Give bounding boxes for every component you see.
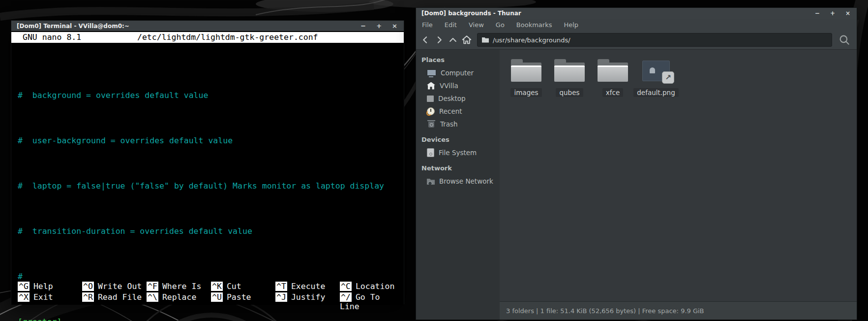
sidebar-item-label: VVilla <box>440 82 458 90</box>
nano-shortcut-bar: ^GHelp ^OWrite Out ^FWhere Is ^KCut ^TEx… <box>18 282 404 303</box>
search-icon <box>838 33 851 46</box>
back-button[interactable] <box>419 33 432 46</box>
file-manager-window: [Dom0] backgrounds - Thunar − + × File E… <box>416 7 857 320</box>
nano-shortcut: ^KCut <box>211 282 275 292</box>
menu-item[interactable]: File <box>422 21 433 29</box>
nano-shortcut: ^OWrite Out <box>82 282 147 292</box>
sidebar-item[interactable]: VVilla <box>416 79 500 92</box>
forward-button[interactable] <box>433 33 446 46</box>
nano-shortcut: ^TExecute <box>275 282 340 292</box>
menu-item[interactable]: View <box>469 21 484 29</box>
shortcut-key: ^F <box>147 282 158 291</box>
nano-buffer-line: # background = overrides default value <box>18 90 404 101</box>
file-name: xfce <box>602 88 623 97</box>
file-item[interactable]: xfce <box>593 57 632 97</box>
sidebar-item[interactable]: File System <box>416 146 500 159</box>
menubar: File Edit View Go Bookmarks Help <box>416 19 857 31</box>
shortcut-key: ^T <box>275 282 287 291</box>
image-thumbnail: ↗ <box>642 61 670 81</box>
minimize-button[interactable]: − <box>360 23 366 29</box>
status-text: 3 folders | 1 file: 51.4 KiB (52,656 byt… <box>506 307 704 315</box>
search-button[interactable] <box>836 32 853 47</box>
shortcut-label: Where Is <box>162 282 201 291</box>
sidebar: Places Computer VVilla <box>416 50 500 320</box>
nano-shortcut: ^GHelp <box>18 282 82 292</box>
nano-shortcut: ^UPaste <box>211 292 275 303</box>
terminal-window: [Dom0] Terminal - VVilla@dom0:~ − + × GN… <box>11 20 404 304</box>
nano-shortcut: ^CLocation <box>340 282 404 292</box>
shortcut-label: Cut <box>227 282 241 291</box>
sidebar-item[interactable]: Recent <box>416 105 500 118</box>
shortcut-label: Location <box>356 282 394 291</box>
shortcut-key: ^G <box>18 282 30 291</box>
sidebar-item[interactable]: Computer <box>416 66 500 79</box>
shortcut-label: Exit <box>33 292 53 302</box>
up-button[interactable] <box>447 33 459 46</box>
shortcut-key: ^X <box>18 292 30 302</box>
shortcut-key: ^R <box>82 292 94 302</box>
maximize-button[interactable]: + <box>376 23 382 29</box>
folder-icon <box>598 59 628 83</box>
sidebar-item-label: File System <box>439 149 477 157</box>
status-bar: 3 folders | 1 file: 51.4 KiB (52,656 byt… <box>500 301 857 320</box>
menu-item[interactable]: Edit <box>445 21 457 29</box>
nano-shortcut: ^JJustify <box>275 292 340 303</box>
menu-item[interactable]: Help <box>564 21 578 29</box>
shortcut-key: ^U <box>211 292 223 302</box>
thunar-titlebar[interactable]: [Dom0] backgrounds - Thunar − + × <box>416 8 857 19</box>
nano-header: GNU nano 8.1 /etc/lightdm/lightdm-gtk-gr… <box>11 32 404 43</box>
symlink-emblem-icon: ↗ <box>662 71 674 84</box>
sidebar-item[interactable]: Trash <box>416 118 500 130</box>
file-item[interactable]: qubes <box>550 57 589 97</box>
sidebar-section: Network Browse Network <box>416 162 500 188</box>
sidebar-item-icon <box>428 122 434 128</box>
maximize-button[interactable]: + <box>830 10 835 16</box>
sidebar-section-header: Devices <box>416 133 500 146</box>
toolbar: /usr/share/backgrounds/ <box>416 31 857 50</box>
sidebar-section: Devices File System <box>416 133 500 159</box>
shortcut-label: Read File <box>98 292 142 302</box>
shortcut-key: ^J <box>275 292 287 302</box>
menu-item[interactable]: Bookmarks <box>516 21 552 29</box>
shortcut-label: Justify <box>291 292 326 302</box>
sidebar-section-header: Places <box>416 54 500 66</box>
sidebar-item[interactable]: Browse Network <box>416 175 500 188</box>
shortcut-label: Replace <box>162 292 197 302</box>
shortcut-key: ^/ <box>340 292 352 302</box>
path-bar[interactable]: /usr/share/backgrounds/ <box>477 33 832 47</box>
sidebar-section-header: Network <box>416 162 500 175</box>
close-button[interactable]: × <box>845 10 850 16</box>
chevron-right-icon <box>434 35 444 45</box>
sidebar-item-icon <box>427 107 435 115</box>
sidebar-item-icon <box>427 148 434 157</box>
nano-buffer-line: # user-background = overrides default va… <box>18 135 404 146</box>
shortcut-label: Execute <box>291 282 326 291</box>
chevron-up-icon <box>448 35 458 45</box>
terminal-content[interactable]: GNU nano 8.1 /etc/lightdm/lightdm-gtk-gr… <box>11 32 404 305</box>
nano-buffer[interactable]: # background = overrides default value #… <box>11 43 404 321</box>
shortcut-key: ^C <box>340 282 352 291</box>
menu-item[interactable]: Go <box>496 21 505 29</box>
nano-shortcut: ^XExit <box>18 292 82 303</box>
shortcut-label: Help <box>33 282 53 291</box>
terminal-titlebar[interactable]: [Dom0] Terminal - VVilla@dom0:~ − + × <box>11 21 404 31</box>
folder-icon <box>482 37 489 43</box>
file-item[interactable]: ↗ default.png <box>636 57 676 97</box>
close-button[interactable]: × <box>392 23 397 29</box>
sidebar-item-icon <box>427 96 434 102</box>
terminal-title: [Dom0] Terminal - VVilla@dom0:~ <box>17 23 129 30</box>
sidebar-item-label: Desktop <box>438 95 466 102</box>
nano-buffer-line: # <box>18 271 404 282</box>
file-pane[interactable]: images qubes <box>500 50 857 301</box>
sidebar-item[interactable]: Desktop <box>416 92 500 105</box>
nano-version: GNU nano 8.1 <box>23 32 81 43</box>
shortcut-key: ^\ <box>147 292 158 302</box>
folder-icon <box>554 59 585 83</box>
chevron-left-icon <box>420 35 430 45</box>
shortcut-key: ^K <box>211 282 223 291</box>
sidebar-section: Places Computer VVilla <box>416 54 500 130</box>
minimize-button[interactable]: − <box>815 10 820 16</box>
nano-shortcut: ^FWhere Is <box>147 282 211 292</box>
file-item[interactable]: images <box>507 57 546 97</box>
home-button[interactable] <box>460 33 473 46</box>
